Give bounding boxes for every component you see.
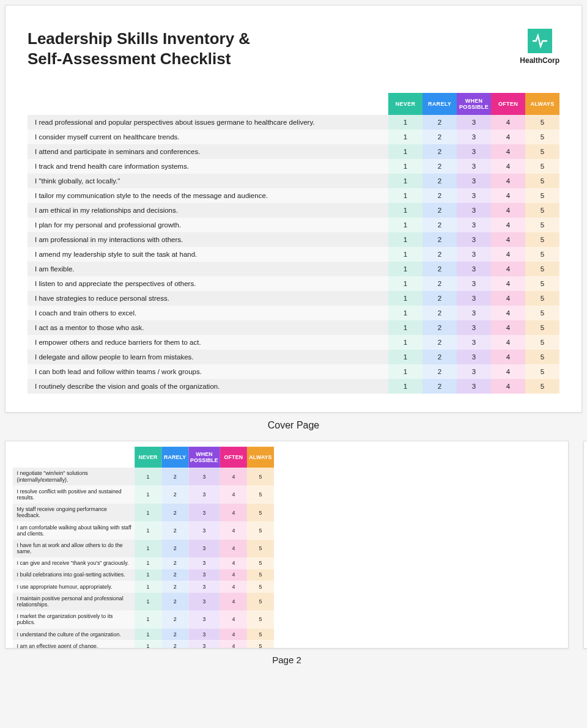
rating-cell[interactable]: 3 (457, 291, 491, 306)
rating-cell[interactable]: 1 (388, 306, 423, 320)
rating-cell[interactable]: 4 (220, 521, 247, 539)
rating-cell[interactable]: 1 (388, 188, 423, 203)
rating-cell[interactable]: 1 (388, 203, 423, 218)
rating-cell[interactable]: 1 (135, 540, 161, 557)
rating-cell[interactable]: 5 (525, 159, 559, 174)
rating-cell[interactable]: 5 (525, 174, 559, 188)
rating-cell[interactable]: 4 (220, 581, 247, 592)
rating-cell[interactable]: 5 (525, 262, 559, 276)
rating-cell[interactable]: 1 (388, 276, 423, 291)
rating-cell[interactable]: 5 (525, 218, 559, 232)
rating-cell[interactable]: 2 (161, 569, 188, 581)
rating-cell[interactable]: 5 (247, 628, 274, 640)
rating-cell[interactable]: 1 (388, 115, 423, 130)
rating-cell[interactable]: 3 (188, 504, 220, 521)
rating-cell[interactable]: 3 (188, 557, 220, 569)
rating-cell[interactable]: 1 (135, 468, 161, 485)
rating-cell[interactable]: 4 (491, 262, 525, 276)
rating-cell[interactable]: 5 (525, 335, 559, 350)
rating-cell[interactable]: 4 (491, 144, 525, 159)
rating-cell[interactable]: 2 (423, 276, 457, 291)
rating-cell[interactable]: 4 (491, 130, 525, 144)
rating-cell[interactable]: 5 (525, 247, 559, 262)
rating-cell[interactable]: 5 (247, 504, 274, 521)
rating-cell[interactable]: 4 (491, 174, 525, 188)
rating-cell[interactable]: 4 (491, 379, 525, 394)
rating-cell[interactable]: 3 (188, 468, 220, 485)
rating-cell[interactable]: 2 (161, 468, 188, 485)
rating-cell[interactable]: 5 (525, 115, 559, 130)
rating-cell[interactable]: 2 (423, 232, 457, 247)
rating-cell[interactable]: 3 (188, 628, 220, 640)
rating-cell[interactable]: 4 (491, 203, 525, 218)
rating-cell[interactable]: 1 (388, 364, 423, 379)
rating-cell[interactable]: 1 (135, 640, 161, 649)
rating-cell[interactable]: 4 (491, 159, 525, 174)
rating-cell[interactable]: 3 (457, 247, 491, 262)
rating-cell[interactable]: 5 (525, 379, 559, 394)
rating-cell[interactable]: 2 (161, 521, 188, 539)
rating-cell[interactable]: 3 (188, 486, 220, 504)
rating-cell[interactable]: 3 (457, 188, 491, 203)
rating-cell[interactable]: 1 (135, 557, 161, 569)
rating-cell[interactable]: 5 (525, 232, 559, 247)
rating-cell[interactable]: 3 (457, 130, 491, 144)
rating-cell[interactable]: 1 (135, 486, 161, 504)
rating-cell[interactable]: 2 (423, 115, 457, 130)
rating-cell[interactable]: 2 (423, 188, 457, 203)
rating-cell[interactable]: 2 (423, 320, 457, 335)
rating-cell[interactable]: 2 (423, 379, 457, 394)
rating-cell[interactable]: 3 (188, 540, 220, 557)
rating-cell[interactable]: 2 (161, 611, 188, 628)
rating-cell[interactable]: 2 (161, 592, 188, 610)
rating-cell[interactable]: 5 (525, 364, 559, 379)
rating-cell[interactable]: 5 (247, 640, 274, 649)
rating-cell[interactable]: 2 (423, 144, 457, 159)
rating-cell[interactable]: 2 (161, 557, 188, 569)
rating-cell[interactable]: 2 (423, 262, 457, 276)
rating-cell[interactable]: 2 (423, 335, 457, 350)
rating-cell[interactable]: 5 (525, 144, 559, 159)
rating-cell[interactable]: 3 (457, 115, 491, 130)
rating-cell[interactable]: 1 (388, 174, 423, 188)
rating-cell[interactable]: 1 (135, 628, 161, 640)
rating-cell[interactable]: 1 (388, 144, 423, 159)
rating-cell[interactable]: 4 (220, 569, 247, 581)
rating-cell[interactable]: 3 (457, 174, 491, 188)
rating-cell[interactable]: 5 (525, 320, 559, 335)
rating-cell[interactable]: 5 (247, 569, 274, 581)
rating-cell[interactable]: 2 (161, 486, 188, 504)
rating-cell[interactable]: 1 (388, 130, 423, 144)
rating-cell[interactable]: 3 (457, 350, 491, 364)
rating-cell[interactable]: 4 (220, 557, 247, 569)
rating-cell[interactable]: 4 (491, 218, 525, 232)
rating-cell[interactable]: 2 (423, 306, 457, 320)
rating-cell[interactable]: 1 (388, 350, 423, 364)
rating-cell[interactable]: 3 (188, 640, 220, 649)
rating-cell[interactable]: 4 (491, 115, 525, 130)
rating-cell[interactable]: 4 (491, 276, 525, 291)
rating-cell[interactable]: 4 (220, 540, 247, 557)
rating-cell[interactable]: 4 (220, 592, 247, 610)
rating-cell[interactable]: 1 (388, 247, 423, 262)
rating-cell[interactable]: 4 (220, 611, 247, 628)
rating-cell[interactable]: 5 (247, 581, 274, 592)
rating-cell[interactable]: 3 (188, 581, 220, 592)
rating-cell[interactable]: 4 (491, 350, 525, 364)
rating-cell[interactable]: 5 (525, 130, 559, 144)
rating-cell[interactable]: 1 (388, 218, 423, 232)
rating-cell[interactable]: 3 (457, 203, 491, 218)
rating-cell[interactable]: 3 (188, 592, 220, 610)
rating-cell[interactable]: 2 (161, 540, 188, 557)
rating-cell[interactable]: 4 (220, 504, 247, 521)
rating-cell[interactable]: 5 (247, 611, 274, 628)
rating-cell[interactable]: 5 (247, 468, 274, 485)
rating-cell[interactable]: 4 (491, 291, 525, 306)
rating-cell[interactable]: 3 (457, 144, 491, 159)
rating-cell[interactable]: 1 (135, 611, 161, 628)
rating-cell[interactable]: 5 (247, 557, 274, 569)
rating-cell[interactable]: 1 (388, 335, 423, 350)
rating-cell[interactable]: 3 (457, 232, 491, 247)
rating-cell[interactable]: 1 (388, 159, 423, 174)
rating-cell[interactable]: 3 (188, 569, 220, 581)
